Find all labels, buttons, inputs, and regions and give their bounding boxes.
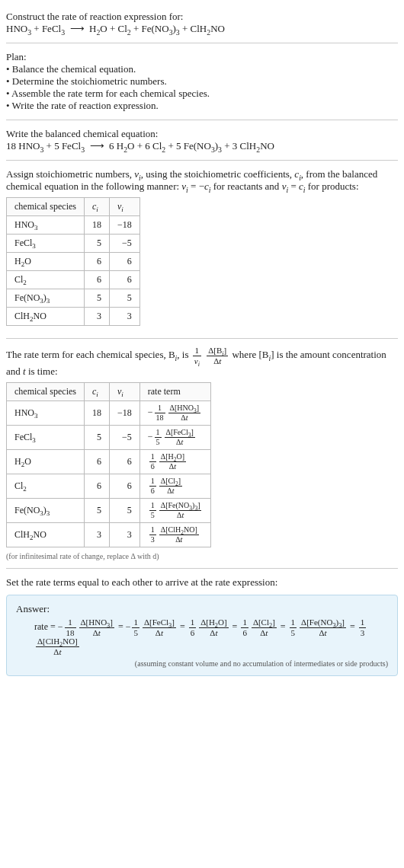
- col-ci: ci: [84, 383, 109, 401]
- cell-vi: 6: [109, 450, 139, 474]
- frac-1-over-vi: 1νi: [193, 346, 201, 365]
- cell-species: H2O: [7, 253, 85, 271]
- rateterm-table: chemical species ci νi rate term HNO318−…: [6, 382, 211, 547]
- unbalanced-equation: HNO3 + FeCl3 ⟶ H2O + Cl2 + Fe(NO3)3 + Cl…: [6, 23, 398, 35]
- cell-species: Cl2: [7, 474, 85, 499]
- table-row: Cl26616Δ[Cl2]Δt: [7, 474, 211, 499]
- answer-label: Answer:: [16, 603, 388, 615]
- plan-section: Plan: • Balance the chemical equation.• …: [6, 46, 398, 116]
- col-species: chemical species: [7, 383, 85, 401]
- cell-vi: −5: [109, 426, 139, 450]
- table-row: ClH2NO3313Δ[ClH2NO]Δt: [7, 523, 211, 547]
- table-header-row: chemical species ci νi rate term: [7, 383, 211, 401]
- rate-expression: rate = −118Δ[HNO3]Δt = −15Δ[FeCl3]Δt = 1…: [34, 618, 388, 656]
- table-row: Fe(NO3)35515Δ[Fe(NO3)3]Δt: [7, 499, 211, 523]
- divider: [6, 160, 398, 161]
- frac-dBi-dt: Δ[Bi]Δt: [207, 346, 228, 365]
- cell-vi: 3: [109, 523, 139, 547]
- cell-rate-term: −15Δ[FeCl3]Δt: [139, 426, 211, 450]
- cell-ci: 6: [84, 450, 109, 474]
- cell-species: H2O: [7, 450, 85, 474]
- divider: [6, 568, 398, 569]
- cell-rate-term: 15Δ[Fe(NO3)3]Δt: [139, 499, 211, 523]
- cell-rate-term: 16Δ[H2O]Δt: [139, 450, 211, 474]
- cell-ci: 18: [84, 216, 109, 235]
- cell-species: ClH2NO: [7, 308, 85, 326]
- col-species: chemical species: [7, 198, 85, 216]
- plan-item: • Balance the chemical equation.: [6, 63, 398, 75]
- cell-ci: 5: [84, 289, 109, 308]
- problem-header: Construct the rate of reaction expressio…: [6, 6, 398, 40]
- assumption-note: (assuming constant volume and no accumul…: [16, 659, 388, 668]
- rateterm-note: (for infinitesimal rate of change, repla…: [6, 552, 398, 560]
- table-header-row: chemical species ci νi: [7, 198, 140, 216]
- cell-ci: 3: [84, 308, 109, 326]
- col-ci: ci: [84, 198, 109, 216]
- cell-vi: −18: [109, 216, 139, 235]
- table-row: FeCl35−5−15Δ[FeCl3]Δt: [7, 426, 211, 450]
- cell-rate-term: 16Δ[Cl2]Δt: [139, 474, 211, 499]
- table-row: ClH2NO33: [7, 308, 140, 326]
- plan-list: • Balance the chemical equation.• Determ…: [6, 63, 398, 112]
- cell-ci: 5: [84, 499, 109, 523]
- answer-box: Answer: rate = −118Δ[HNO3]Δt = −15Δ[FeCl…: [6, 595, 398, 676]
- cell-vi: 6: [109, 474, 139, 499]
- table-row: FeCl35−5: [7, 235, 140, 253]
- table-row: HNO318−18−118Δ[HNO3]Δt: [7, 401, 211, 426]
- divider: [6, 120, 398, 120]
- stoich-section: Assign stoichiometric numbers, νi, using…: [6, 164, 398, 335]
- cell-rate-term: −118Δ[HNO3]Δt: [139, 401, 211, 426]
- cell-ci: 6: [84, 271, 109, 289]
- cell-species: ClH2NO: [7, 523, 85, 547]
- rateterm-intro: The rate term for each chemical species,…: [6, 346, 398, 378]
- balanced-title: Write the balanced chemical equation:: [6, 128, 398, 140]
- plan-title: Plan:: [6, 51, 398, 63]
- final-section: Set the rate terms equal to each other t…: [6, 572, 398, 681]
- cell-species: Fe(NO3)3: [7, 289, 85, 308]
- rateterm-section: The rate term for each chemical species,…: [6, 342, 398, 565]
- cell-vi: 5: [109, 289, 139, 308]
- plan-item: • Assemble the rate term for each chemic…: [6, 88, 398, 100]
- cell-species: HNO3: [7, 401, 85, 426]
- cell-vi: −5: [109, 235, 139, 253]
- table-row: Fe(NO3)355: [7, 289, 140, 308]
- cell-species: HNO3: [7, 216, 85, 235]
- plan-item: • Determine the stoichiometric numbers.: [6, 75, 398, 88]
- table-row: H2O6616Δ[H2O]Δt: [7, 450, 211, 474]
- final-title: Set the rate terms equal to each other t…: [6, 576, 398, 589]
- col-vi: νi: [109, 198, 139, 216]
- cell-vi: −18: [109, 401, 139, 426]
- table-row: HNO318−18: [7, 216, 140, 235]
- cell-ci: 6: [84, 253, 109, 271]
- cell-species: FeCl3: [7, 235, 85, 253]
- table-row: H2O66: [7, 253, 140, 271]
- col-rate: rate term: [139, 383, 211, 401]
- cell-ci: 5: [84, 426, 109, 450]
- balanced-equation: 18 HNO3 + 5 FeCl3 ⟶ 6 H2O + 6 Cl2 + 5 Fe…: [6, 140, 398, 152]
- cell-vi: 3: [109, 308, 139, 326]
- problem-title: Construct the rate of reaction expressio…: [6, 11, 398, 23]
- cell-ci: 5: [84, 235, 109, 253]
- col-vi: νi: [109, 383, 139, 401]
- table-row: Cl266: [7, 271, 140, 289]
- cell-species: FeCl3: [7, 426, 85, 450]
- balanced-section: Write the balanced chemical equation: 18…: [6, 123, 398, 157]
- divider: [6, 338, 398, 339]
- cell-ci: 6: [84, 474, 109, 499]
- cell-vi: 5: [109, 499, 139, 523]
- cell-ci: 18: [84, 401, 109, 426]
- cell-species: Fe(NO3)3: [7, 499, 85, 523]
- plan-item: • Write the rate of reaction expression.: [6, 100, 398, 112]
- stoich-table: chemical species ci νi HNO318−18FeCl35−5…: [6, 197, 140, 326]
- cell-vi: 6: [109, 253, 139, 271]
- cell-rate-term: 13Δ[ClH2NO]Δt: [139, 523, 211, 547]
- cell-species: Cl2: [7, 271, 85, 289]
- cell-vi: 6: [109, 271, 139, 289]
- cell-ci: 3: [84, 523, 109, 547]
- divider: [6, 43, 398, 43]
- stoich-intro: Assign stoichiometric numbers, νi, using…: [6, 168, 398, 193]
